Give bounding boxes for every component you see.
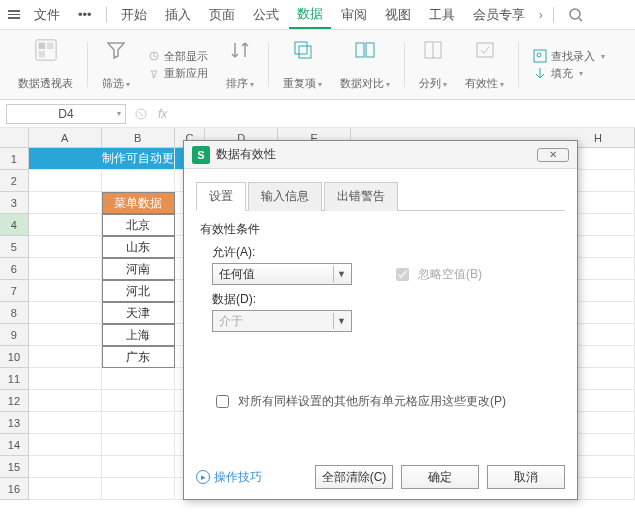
row-header[interactable]: 4 [0, 214, 29, 236]
cell[interactable] [102, 456, 175, 478]
menu-icon[interactable] [4, 6, 24, 23]
cell[interactable] [102, 368, 175, 390]
fill-button[interactable]: 填充▾ [533, 66, 583, 81]
row-header[interactable]: 16 [0, 478, 29, 500]
menu-file[interactable]: 文件 [26, 2, 68, 28]
ribbon-validity[interactable]: 有效性▾ [457, 36, 512, 93]
ribbon-duplicate[interactable]: 重复项▾ [275, 36, 330, 93]
col-header[interactable]: A [29, 128, 102, 148]
cell[interactable] [29, 390, 102, 412]
row-header[interactable]: 2 [0, 170, 29, 192]
menu-tab-0[interactable]: 开始 [113, 2, 155, 28]
show-all-button[interactable]: 全部显示 [148, 49, 208, 64]
cell[interactable] [102, 478, 175, 500]
cancel-icon[interactable] [134, 107, 148, 121]
row-header[interactable]: 13 [0, 412, 29, 434]
tab-input-message[interactable]: 输入信息 [248, 182, 322, 211]
row-header[interactable]: 15 [0, 456, 29, 478]
ribbon-filter[interactable]: 筛选▾ [94, 36, 138, 93]
cell[interactable]: 河北 [102, 280, 175, 302]
cell[interactable] [29, 280, 102, 302]
allow-combo[interactable]: 任何值▼ [212, 263, 352, 285]
dialog-footer: ▸操作技巧 全部清除(C) 确定 取消 [196, 465, 565, 489]
menu-tab-6[interactable]: 视图 [377, 2, 419, 28]
row-header[interactable]: 7 [0, 280, 29, 302]
row-header[interactable]: 1 [0, 148, 29, 170]
cell[interactable] [29, 214, 102, 236]
svg-rect-5 [38, 51, 44, 57]
menu-tab-1[interactable]: 插入 [157, 2, 199, 28]
dialog-titlebar[interactable]: S 数据有效性 ✕ [184, 141, 577, 169]
row-header[interactable]: 3 [0, 192, 29, 214]
cell[interactable] [29, 302, 102, 324]
cell[interactable] [29, 456, 102, 478]
label: 分列▾ [419, 76, 447, 91]
ribbon-sort[interactable]: 排序▾ [218, 36, 262, 93]
ribbon-split[interactable]: 分列▾ [411, 36, 455, 93]
cell[interactable]: 北京 [102, 214, 175, 236]
cancel-button[interactable]: 取消 [487, 465, 565, 489]
cell[interactable]: 制作可自动更 [29, 148, 175, 170]
ribbon-compare[interactable]: 数据对比▾ [332, 36, 398, 93]
cell[interactable] [29, 170, 102, 192]
cell[interactable]: 菜单数据 [102, 192, 175, 214]
tips-link[interactable]: ▸操作技巧 [196, 469, 262, 486]
duplicate-icon [291, 38, 315, 62]
row-header[interactable]: 11 [0, 368, 29, 390]
menubar: 文件 ••• 开始 插入 页面 公式 数据 审阅 视图 工具 会员专享 › [0, 0, 635, 30]
tab-error-alert[interactable]: 出错警告 [324, 182, 398, 211]
row-header[interactable]: 5 [0, 236, 29, 258]
chevron-right-icon[interactable]: › [535, 4, 547, 26]
cell[interactable] [102, 412, 175, 434]
row-header[interactable]: 14 [0, 434, 29, 456]
menu-tab-3[interactable]: 公式 [245, 2, 287, 28]
ignore-blank-checkbox[interactable]: 忽略空值(B) [392, 265, 482, 284]
cell[interactable] [29, 434, 102, 456]
row-header[interactable]: 9 [0, 324, 29, 346]
row-header[interactable]: 8 [0, 302, 29, 324]
menu-tab-7[interactable]: 工具 [421, 2, 463, 28]
clear-all-button[interactable]: 全部清除(C) [315, 465, 393, 489]
row-header[interactable]: 6 [0, 258, 29, 280]
row-header[interactable]: 10 [0, 346, 29, 368]
menu-tab-2[interactable]: 页面 [201, 2, 243, 28]
cell[interactable]: 河南 [102, 258, 175, 280]
row-header[interactable]: 12 [0, 390, 29, 412]
svg-rect-3 [38, 43, 44, 49]
fx-icon[interactable]: fx [158, 107, 167, 121]
cell[interactable] [29, 324, 102, 346]
label: 重复项▾ [283, 76, 322, 91]
select-all-corner[interactable] [0, 128, 29, 148]
cell[interactable] [102, 434, 175, 456]
menu-tab-5[interactable]: 审阅 [333, 2, 375, 28]
menu-tab-4[interactable]: 数据 [289, 1, 331, 29]
menu-tab-8[interactable]: 会员专享 [465, 2, 533, 28]
col-header[interactable]: B [102, 128, 175, 148]
ok-button[interactable]: 确定 [401, 465, 479, 489]
cell[interactable] [29, 478, 102, 500]
search-icon[interactable] [560, 3, 592, 27]
cell[interactable] [29, 346, 102, 368]
close-button[interactable]: ✕ [537, 148, 569, 162]
cell[interactable] [29, 412, 102, 434]
cell[interactable]: 上海 [102, 324, 175, 346]
cell[interactable] [29, 236, 102, 258]
tab-settings[interactable]: 设置 [196, 182, 246, 211]
menu-more[interactable]: ••• [70, 3, 100, 26]
apply-others-checkbox[interactable]: 对所有同样设置的其他所有单元格应用这些更改(P) [212, 392, 561, 411]
cell[interactable] [102, 170, 175, 192]
separator [106, 7, 107, 23]
cell[interactable]: 山东 [102, 236, 175, 258]
find-import-button[interactable]: 查找录入▾ [533, 49, 605, 64]
ribbon-pivot[interactable]: 数据透视表 [10, 36, 81, 93]
cell[interactable] [102, 390, 175, 412]
cell[interactable] [29, 192, 102, 214]
cell[interactable]: 广东 [102, 346, 175, 368]
data-validation-dialog: S 数据有效性 ✕ 设置 输入信息 出错警告 有效性条件 允许(A): 任何值▼… [183, 140, 578, 500]
cell[interactable] [29, 258, 102, 280]
cell[interactable]: 天津 [102, 302, 175, 324]
name-box[interactable]: D4▾ [6, 104, 126, 124]
label: 数据透视表 [18, 76, 73, 91]
cell[interactable] [29, 368, 102, 390]
reapply-button[interactable]: 重新应用 [148, 66, 208, 81]
